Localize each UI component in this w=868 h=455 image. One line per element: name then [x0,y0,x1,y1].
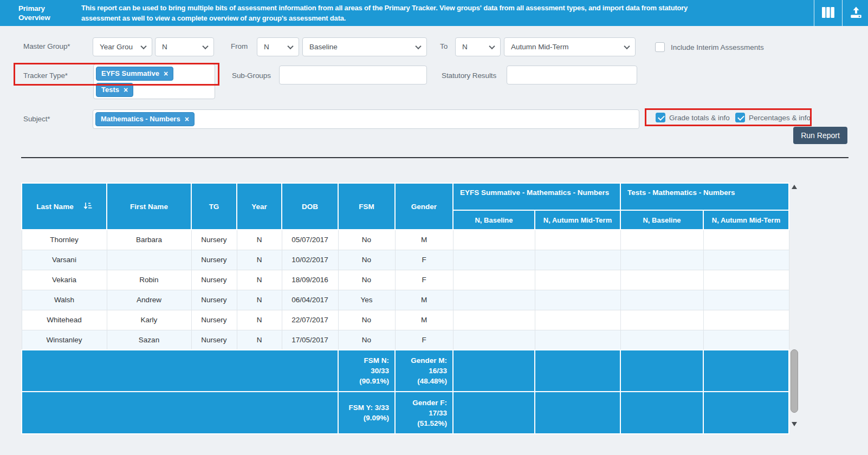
tracker-type-multiselect[interactable]: EYFS Summative×Tests× [93,64,215,99]
result-cell [535,330,620,350]
tag-remove-icon[interactable]: × [164,70,168,77]
include-interim-checkbox[interactable] [655,42,665,52]
sub-header-tests-baseline[interactable]: N, Baseline [620,210,703,230]
to-year-select[interactable]: N [455,37,501,56]
cell-year: N [237,330,282,350]
to-term-value: Autumn Mid-Term [511,43,569,51]
column-header-tg[interactable]: TG [191,183,237,230]
sub-header-eyfs-baseline[interactable]: N, Baseline [453,210,535,230]
result-cell [535,250,620,270]
tag-label: Tests [101,86,119,94]
chevron-down-icon [287,43,293,49]
sub-header-tests-autumn[interactable]: N, Autumn Mid-Term [703,210,789,230]
tag-label: Mathematics - Numbers [101,115,180,123]
cell-year: N [237,230,282,250]
master-group-value: N [162,43,167,51]
cell-fsm: No [338,310,395,330]
chevron-down-icon [140,43,146,49]
include-interim-label: Include Interim Assessments [671,43,764,51]
table-row: WalshAndrewNurseryN06/04/2017YesM [22,290,789,310]
scroll-up-icon[interactable] [792,185,797,189]
cell-first: Sazan [107,330,191,350]
summary-row-1: FSM N: 30/33 (90.91%) Gender M: 16/33 (4… [22,350,789,392]
grade-totals-label: Grade totals & info [669,114,730,122]
master-group-category-select[interactable]: Year Grou [93,37,152,56]
result-cell [453,330,535,350]
cell-dob: 05/07/2017 [282,230,338,250]
cell-first: Andrew [107,290,191,310]
tag-remove-icon[interactable]: × [124,86,128,94]
column-header-dob[interactable]: DOB [282,183,338,230]
cell-year: N [237,310,282,330]
run-report-button[interactable]: Run Report [793,127,847,144]
table-row: WhiteheadKarlyNurseryN22/07/2017NoM [22,310,789,330]
summary-fsm-y-cell: FSM Y: 3/33 (9.09%) [338,392,395,434]
result-cell [703,250,789,270]
statutory-results-input[interactable] [507,66,637,84]
selected-tag: EYFS Summative× [96,67,173,81]
columns-icon [821,6,835,21]
last-name-header-label: Last Name [36,203,73,211]
scroll-down-icon[interactable] [792,422,797,426]
column-header-first-name[interactable]: First Name [107,183,191,230]
percentages-checkbox[interactable] [735,113,745,122]
table-row: VekariaRobinNurseryN18/09/2016NoF [22,270,789,290]
summary-spacer-cell [22,392,338,434]
master-group-value-select[interactable]: N [155,37,214,56]
grade-totals-checkbox[interactable] [656,113,665,122]
result-cell [453,310,535,330]
column-header-last-name[interactable]: Last Name [22,183,107,230]
column-header-fsm[interactable]: FSM [338,183,395,230]
cell-fsm: No [338,230,395,250]
subject-multiselect[interactable]: Mathematics - Numbers× [93,109,639,129]
table-scrollbar[interactable] [789,183,800,427]
summary-result-cell [535,350,620,392]
summary-fsm-n-cell: FSM N: 30/33 (90.91%) [338,350,395,392]
to-term-select[interactable]: Autumn Mid-Term [504,37,636,56]
cell-last: Walsh [22,290,107,310]
cell-gender: M [395,290,453,310]
cell-gender: M [395,310,453,330]
result-cell [703,270,789,290]
cell-year: N [237,290,282,310]
cell-first [107,250,191,270]
cell-dob: 10/02/2017 [282,250,338,270]
group-header-eyfs-summative: EYFS Summative - Mathematics - Numbers [453,183,620,210]
group-header-tests: Tests - Mathematics - Numbers [620,183,789,210]
cell-gender: F [395,250,453,270]
to-year-value: N [462,43,468,51]
chevron-down-icon [202,43,208,49]
summary-result-cell [620,392,703,434]
sub-header-eyfs-autumn[interactable]: N, Autumn Mid-Term [535,210,620,230]
sub-groups-label: Sub-Groups [232,72,271,80]
primary-overview-page: Primary Overview This report can be used… [0,0,868,455]
tag-remove-icon[interactable]: × [185,115,189,123]
scrollbar-thumb[interactable] [791,349,798,413]
cell-tg: Nursery [191,330,237,350]
chevron-down-icon [489,43,495,49]
column-header-year[interactable]: Year [237,183,282,230]
column-header-gender[interactable]: Gender [395,183,453,230]
result-cell [453,270,535,290]
cell-year: N [237,250,282,270]
cell-last: Thornley [22,230,107,250]
result-cell [703,290,789,310]
cell-tg: Nursery [191,230,237,250]
result-cell [453,250,535,270]
chevron-down-icon [415,43,421,49]
from-term-select[interactable]: Baseline [302,37,427,56]
cell-tg: Nursery [191,270,237,290]
summary-gender-f-cell: Gender F: 17/33 (51.52%) [395,392,453,434]
summary-result-cell [620,350,703,392]
summary-spacer-cell [22,350,338,392]
export-button[interactable] [843,0,868,26]
selected-tag: Tests× [96,83,133,97]
result-cell [535,310,620,330]
cell-gender: M [395,230,453,250]
columns-button[interactable] [814,0,841,26]
from-year-select[interactable]: N [257,37,299,56]
cell-last: Winstanley [22,330,107,350]
section-divider [21,157,848,158]
cell-last: Vekaria [22,270,107,290]
sub-groups-input[interactable] [279,66,427,84]
